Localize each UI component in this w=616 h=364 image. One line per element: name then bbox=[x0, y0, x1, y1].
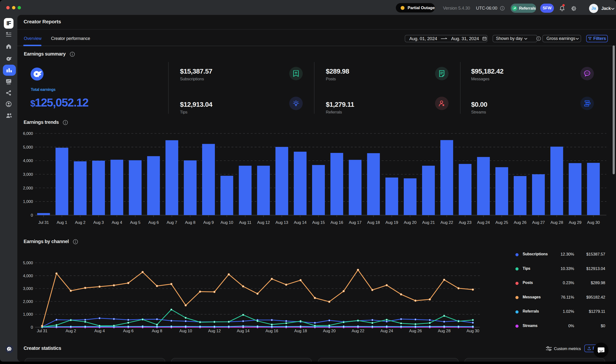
svg-text:Aug 22: Aug 22 bbox=[351, 329, 364, 333]
svg-text:Aug 8: Aug 8 bbox=[152, 329, 162, 333]
svg-text:Aug 12: Aug 12 bbox=[208, 329, 221, 333]
svg-text:Aug 14: Aug 14 bbox=[237, 329, 250, 333]
svg-text:3,000: 3,000 bbox=[23, 286, 33, 291]
svg-text:Jul 31: Jul 31 bbox=[37, 329, 47, 333]
svg-text:Aug 20: Aug 20 bbox=[323, 329, 336, 333]
svg-text:Aug 4: Aug 4 bbox=[94, 329, 105, 333]
svg-text:Aug 26: Aug 26 bbox=[409, 329, 422, 333]
svg-text:Aug 30: Aug 30 bbox=[467, 329, 479, 333]
svg-text:4,000: 4,000 bbox=[23, 273, 33, 278]
svg-text:2,000: 2,000 bbox=[23, 299, 33, 304]
svg-text:Aug 10: Aug 10 bbox=[179, 329, 192, 333]
svg-text:Aug 24: Aug 24 bbox=[380, 329, 393, 333]
svg-text:5,000: 5,000 bbox=[23, 261, 33, 265]
svg-text:Aug 16: Aug 16 bbox=[265, 329, 278, 333]
svg-text:Aug 18: Aug 18 bbox=[294, 329, 307, 333]
svg-text:Aug 6: Aug 6 bbox=[123, 329, 133, 333]
svg-text:Aug 28: Aug 28 bbox=[438, 329, 450, 333]
svg-text:0: 0 bbox=[31, 325, 33, 330]
svg-text:Aug 2: Aug 2 bbox=[66, 329, 76, 333]
svg-text:1,000: 1,000 bbox=[23, 312, 33, 317]
